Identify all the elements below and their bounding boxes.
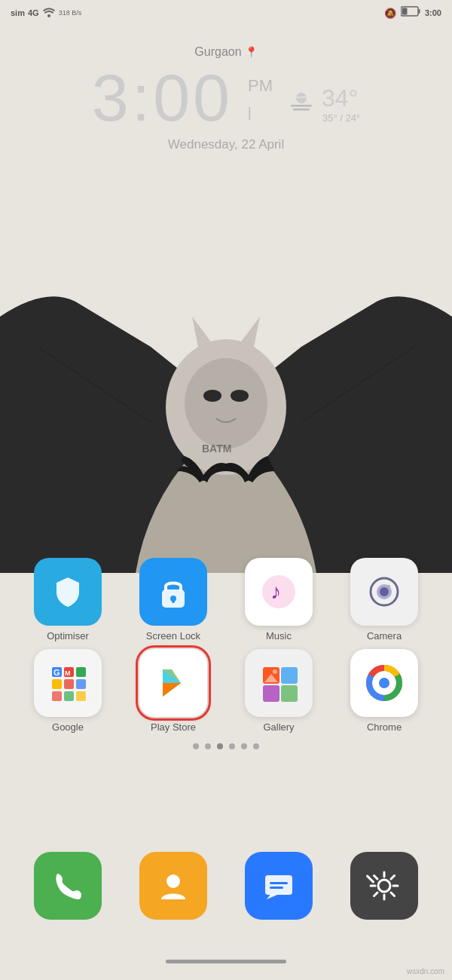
clock-section: Gurgaon 📍 3:00 PM | 34° — [0, 23, 452, 152]
svg-rect-32 — [76, 679, 86, 689]
page-dot-5[interactable] — [241, 743, 247, 749]
svg-rect-2 — [418, 9, 420, 14]
time-period: PM — [248, 76, 273, 96]
svg-rect-7 — [296, 96, 307, 98]
music-label: Music — [266, 630, 292, 642]
app-item-screen-lock[interactable]: Screen Lock — [128, 558, 218, 642]
svg-rect-5 — [291, 105, 312, 107]
clock-row: 3:00 PM | 34° 35° / 24° — [0, 65, 452, 131]
time-display: 3:00 — [92, 65, 233, 131]
play-store-icon-wrapper[interactable] — [139, 649, 207, 717]
app-grid: Optimiser Screen Lock ♪ — [0, 558, 452, 749]
svg-rect-33 — [52, 691, 62, 701]
batman-wallpaper: BATM — [0, 256, 452, 573]
weather-icon — [288, 90, 315, 118]
svg-marker-40 — [163, 683, 181, 697]
svg-point-0 — [47, 14, 50, 17]
svg-point-25 — [380, 587, 389, 596]
music-icon-wrapper[interactable]: ♪ — [245, 558, 313, 626]
svg-text:♪: ♪ — [270, 580, 281, 603]
home-bar[interactable] — [166, 960, 286, 963]
svg-point-47 — [273, 669, 277, 674]
settings-icon-wrapper[interactable] — [350, 852, 418, 920]
page-dot-3[interactable] — [217, 743, 223, 749]
svg-rect-19 — [172, 599, 175, 603]
contacts-icon-wrapper[interactable] — [139, 852, 207, 920]
svg-line-62 — [391, 893, 395, 896]
dock — [0, 852, 452, 920]
dock-item-contacts[interactable] — [132, 852, 215, 920]
gallery-icon-wrapper[interactable] — [245, 649, 313, 717]
svg-point-56 — [378, 880, 390, 892]
app-item-google[interactable]: G M Google — [23, 649, 113, 733]
date-display: Wednesday, 22 April — [0, 137, 452, 152]
svg-rect-34 — [64, 691, 74, 701]
messages-icon-wrapper[interactable] — [245, 852, 313, 920]
page-dots — [15, 743, 437, 749]
page-dot-2[interactable] — [205, 743, 211, 749]
svg-rect-30 — [52, 679, 62, 689]
svg-point-51 — [379, 678, 389, 688]
play-store-label: Play Store — [151, 721, 196, 733]
app-item-optimiser[interactable]: Optimiser — [23, 558, 113, 642]
svg-rect-31 — [64, 679, 74, 689]
location-pin-icon: 📍 — [245, 46, 258, 58]
carrier-icon: sim — [11, 8, 25, 17]
network-speed: 318 B/s — [59, 9, 82, 17]
camera-icon-wrapper[interactable] — [350, 558, 418, 626]
page-dot-4[interactable] — [229, 743, 235, 749]
dock-item-settings[interactable] — [343, 852, 426, 920]
dock-item-phone[interactable] — [26, 852, 109, 920]
svg-point-13 — [231, 390, 249, 402]
time-display-status: 3:00 — [425, 8, 441, 17]
svg-rect-35 — [76, 691, 86, 701]
temp-range: 35° / 24° — [322, 112, 360, 124]
optimiser-label: Optimiser — [47, 630, 89, 642]
optimiser-icon-wrapper[interactable] — [34, 558, 102, 626]
svg-point-12 — [203, 390, 221, 402]
status-left: sim 4G 318 B/s — [11, 7, 81, 19]
svg-point-11 — [185, 358, 267, 449]
svg-line-61 — [374, 876, 378, 880]
app-item-music[interactable]: ♪ Music — [234, 558, 324, 642]
app-item-camera[interactable]: Camera — [339, 558, 429, 642]
mute-icon: 🔕 — [384, 8, 396, 19]
gallery-label: Gallery — [263, 721, 294, 733]
app-item-play-store[interactable]: Play Store — [128, 649, 218, 733]
app-row-2: G M Google — [15, 649, 437, 733]
status-right: 🔕 3:00 — [384, 6, 441, 20]
svg-text:BATM: BATM — [202, 443, 231, 455]
svg-rect-55 — [270, 887, 283, 889]
svg-point-52 — [166, 874, 180, 888]
svg-rect-44 — [281, 667, 298, 684]
svg-rect-45 — [281, 685, 298, 702]
app-row-1: Optimiser Screen Lock ♪ — [15, 558, 437, 642]
status-bar: sim 4G 318 B/s 🔕 3:00 — [0, 0, 452, 23]
app-item-gallery[interactable]: Gallery — [234, 649, 324, 733]
watermark: wsxdn.com — [407, 967, 444, 975]
location: Gurgaon 📍 — [0, 45, 452, 59]
svg-rect-29 — [76, 667, 86, 677]
page-dot-1[interactable] — [193, 743, 199, 749]
camera-label: Camera — [367, 630, 402, 642]
svg-rect-54 — [270, 882, 288, 884]
svg-line-63 — [391, 876, 395, 880]
svg-text:M: M — [65, 669, 71, 677]
network-type: 4G — [28, 8, 39, 17]
weather-block: 34° 35° / 24° — [288, 84, 360, 124]
svg-rect-43 — [263, 685, 279, 702]
svg-line-64 — [374, 893, 378, 896]
svg-rect-3 — [402, 8, 407, 15]
dock-item-messages[interactable] — [237, 852, 320, 920]
svg-rect-53 — [265, 875, 292, 895]
page-dot-6[interactable] — [253, 743, 259, 749]
app-item-chrome[interactable]: Chrome — [339, 649, 429, 733]
wifi-icon — [42, 7, 56, 19]
svg-text:G: G — [53, 668, 60, 677]
screen-lock-label: Screen Lock — [146, 630, 200, 642]
google-icon-wrapper[interactable]: G M — [34, 649, 102, 717]
screen-lock-icon-wrapper[interactable] — [139, 558, 207, 626]
chrome-icon-wrapper[interactable] — [350, 649, 418, 717]
phone-icon-wrapper[interactable] — [34, 852, 102, 920]
svg-rect-6 — [293, 109, 310, 111]
